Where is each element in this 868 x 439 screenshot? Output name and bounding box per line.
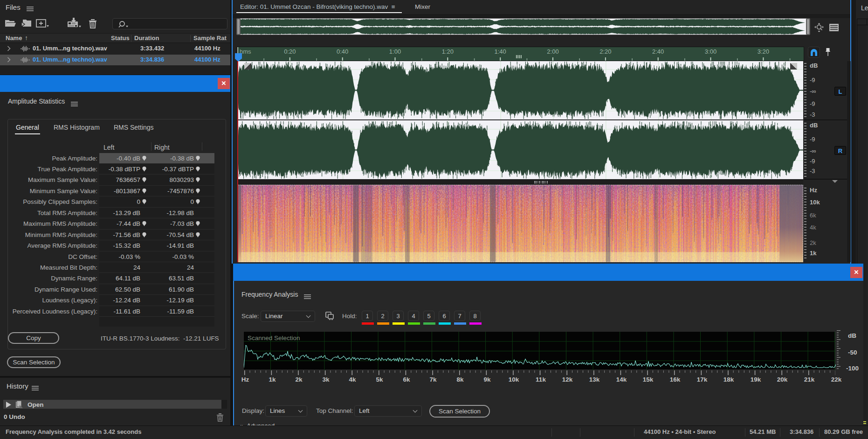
svg-text:3:20: 3:20 [758,48,769,55]
svg-text:3:00: 3:00 [705,48,716,55]
svg-text:0:40: 0:40 [337,48,348,55]
svg-text:2:20: 2:20 [599,48,611,55]
svg-text:1:20: 1:20 [442,48,454,55]
svg-text:1:00: 1:00 [389,48,401,55]
svg-text:0:20: 0:20 [284,48,296,55]
svg-text:2:00: 2:00 [547,48,558,55]
svg-text:1:40: 1:40 [495,48,506,55]
svg-text:2:40: 2:40 [652,48,664,55]
